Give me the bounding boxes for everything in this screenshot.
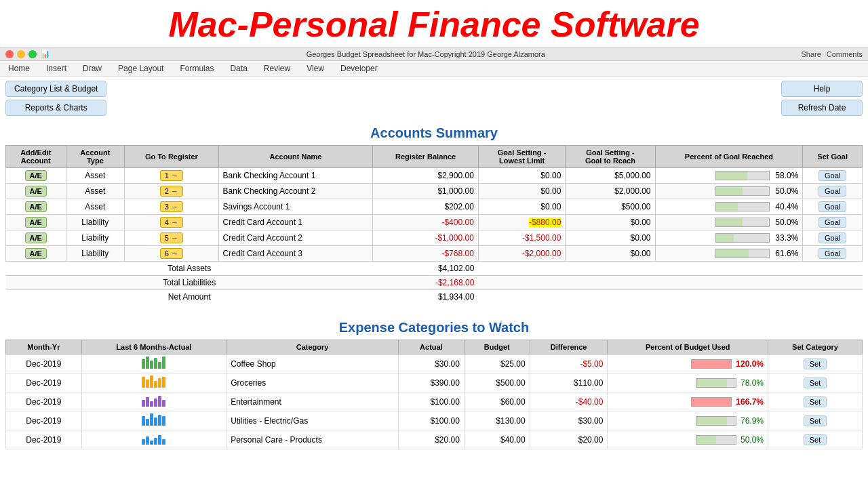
register-button-0[interactable]: 1 →: [160, 170, 183, 181]
register-button-3[interactable]: 4 →: [160, 217, 183, 228]
net-amount-value: $1,934.00: [373, 290, 479, 304]
exp-month-3: Dec-2019: [6, 411, 82, 430]
header-set-goal: Set Goal: [803, 146, 863, 168]
set-category-button-2[interactable]: Set: [804, 396, 827, 407]
menu-view[interactable]: View: [304, 62, 327, 75]
account-type-0: Asset: [66, 168, 125, 184]
goal-button-1[interactable]: Goal: [818, 186, 846, 197]
exp-header-last6: Last 6 Months-Actual: [81, 340, 226, 354]
register-button-5[interactable]: 6 →: [160, 248, 183, 259]
goal-button-5[interactable]: Goal: [818, 248, 846, 259]
mini-bar-1-5: [162, 377, 165, 388]
exp-budget-4: $40.00: [464, 430, 530, 449]
account-type-3: Liability: [66, 215, 125, 230]
ae-button-2[interactable]: A/E: [25, 201, 47, 212]
mini-bar-4-0: [142, 439, 145, 445]
set-category-button-3[interactable]: Set: [804, 415, 827, 426]
pct-label-4: 33.3%: [775, 233, 798, 243]
ae-button-4[interactable]: A/E: [25, 232, 47, 243]
mini-bar-0-2: [150, 361, 153, 369]
balance-2: $202.00: [373, 199, 479, 215]
ae-button-3[interactable]: A/E: [25, 217, 47, 228]
close-dot[interactable]: [5, 50, 14, 58]
exp-month-1: Dec-2019: [6, 373, 82, 392]
register-button-2[interactable]: 3 →: [160, 201, 183, 212]
account-name-4: Credit Card Account 2: [218, 230, 373, 246]
mini-bar-4-5: [162, 439, 165, 445]
exp-pct-4: 50.0%: [608, 430, 768, 449]
header-goal-reach: Goal Setting -Goal to Reach: [566, 146, 655, 168]
share-button[interactable]: Share: [801, 50, 821, 58]
goal-low-1: $0.00: [478, 184, 565, 199]
menu-developer[interactable]: Developer: [338, 62, 380, 75]
goal-low-4: -$1,500.00: [478, 230, 565, 246]
exp-pct-2: 166.7%: [608, 392, 768, 411]
total-liabilities-label: Total Liabilities: [6, 276, 373, 290]
window-icon: 📊: [41, 49, 50, 58]
maximize-dot[interactable]: [28, 50, 37, 58]
goal-button-4[interactable]: Goal: [818, 232, 846, 243]
goal-reach-3: $0.00: [566, 215, 655, 230]
menu-insert[interactable]: Insert: [43, 62, 69, 75]
header-goal-lowest: Goal Setting -Lowest Limit: [478, 146, 565, 168]
menu-draw[interactable]: Draw: [80, 62, 104, 75]
goal-bar-container-0: [715, 171, 770, 180]
minimize-dot[interactable]: [17, 50, 25, 58]
refresh-date-button[interactable]: Refresh Date: [781, 100, 863, 116]
account-name-0: Bank Checking Account 1: [218, 168, 373, 184]
goal-button-0[interactable]: Goal: [818, 170, 846, 181]
ae-button-1[interactable]: A/E: [25, 186, 47, 197]
account-name-5: Credit Card Account 3: [218, 246, 373, 262]
mini-bar-2-4: [158, 396, 161, 407]
mini-bar-1-0: [142, 377, 145, 388]
set-category-button-0[interactable]: Set: [804, 359, 827, 369]
register-button-4[interactable]: 5 →: [160, 232, 183, 243]
menu-home[interactable]: Home: [5, 62, 33, 75]
goal-bar-container-3: [715, 218, 770, 227]
category-budget-button[interactable]: Category List & Budget: [5, 81, 106, 97]
exp-header-category: Category: [226, 340, 399, 354]
header-account-type: AccountType: [66, 146, 125, 168]
mini-bar-1-3: [154, 381, 157, 388]
goal-bar-container-4: [715, 233, 770, 243]
balance-0: $2,900.00: [373, 168, 479, 184]
pct-goal-2: 40.4%: [655, 199, 803, 215]
toolbar-left: Category List & Budget Reports & Charts: [5, 81, 106, 116]
goal-bar-container-1: [715, 186, 770, 196]
exp-budget-2: $60.00: [464, 392, 530, 411]
window-dots: [5, 50, 37, 58]
exp-header-budget: Budget: [464, 340, 530, 354]
goal-low-2: $0.00: [478, 199, 565, 215]
pct-label-1: 50.0%: [775, 186, 798, 196]
mini-bar-2-1: [146, 397, 149, 407]
menu-data[interactable]: Data: [227, 62, 250, 75]
expense-section: Expense Categories to Watch Month-Yr Las…: [5, 314, 863, 449]
account-type-2: Asset: [66, 199, 125, 215]
pct-bar-container-4: [696, 435, 736, 445]
menu-review[interactable]: Review: [261, 62, 293, 75]
header-add-edit: Add/EditAccount: [6, 146, 66, 168]
exp-header-month: Month-Yr: [6, 340, 82, 354]
goal-button-2[interactable]: Goal: [818, 201, 846, 212]
exp-header-set-category: Set Category: [768, 340, 863, 354]
accounts-summary-title: Accounts Summary: [5, 120, 863, 145]
register-button-1[interactable]: 2 →: [160, 186, 183, 197]
goal-reach-5: $0.00: [566, 246, 655, 262]
total-assets-value: $4,102.00: [373, 262, 479, 276]
mini-bar-3-0: [142, 416, 145, 426]
ae-button-0[interactable]: A/E: [25, 170, 47, 181]
mini-bar-3-4: [158, 415, 161, 426]
comments-button[interactable]: Comments: [827, 50, 863, 58]
goal-button-3[interactable]: Goal: [818, 217, 846, 228]
set-category-button-4[interactable]: Set: [804, 434, 827, 445]
ae-button-5[interactable]: A/E: [25, 248, 47, 259]
expense-section-title: Expense Categories to Watch: [5, 314, 863, 340]
reports-charts-button[interactable]: Reports & Charts: [5, 100, 106, 116]
mini-bar-0-4: [158, 362, 161, 369]
mini-bar-3-3: [154, 418, 157, 426]
set-category-button-1[interactable]: Set: [804, 378, 827, 388]
menu-page-layout[interactable]: Page Layout: [115, 62, 166, 75]
help-button[interactable]: Help: [781, 81, 863, 97]
pct-bar-container-0: [691, 359, 732, 369]
menu-formulas[interactable]: Formulas: [177, 62, 216, 75]
